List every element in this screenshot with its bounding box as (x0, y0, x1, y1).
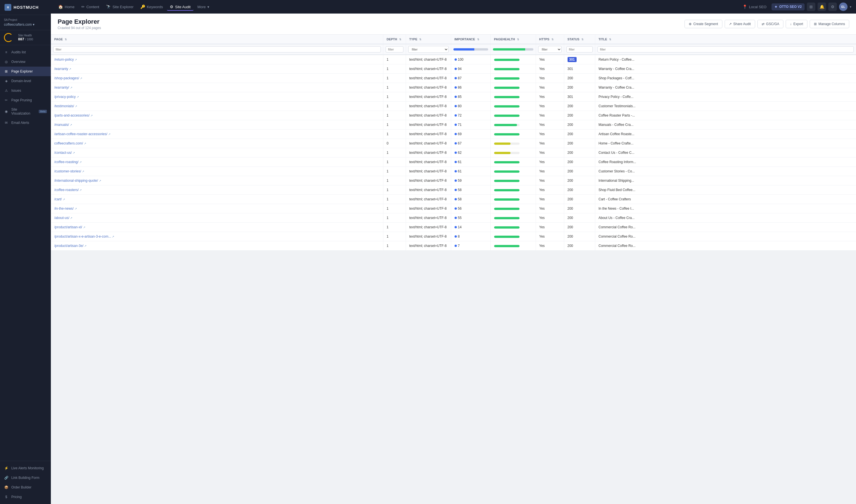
grid-view-button[interactable]: ⊞ (807, 2, 815, 11)
external-link-icon[interactable]: ↗ (99, 179, 101, 182)
external-link-icon[interactable]: ↗ (69, 68, 71, 71)
create-segment-button[interactable]: ⊕ Create Segment (685, 20, 722, 28)
topnav-item-local-seo[interactable]: 📍 Local SEO (740, 3, 769, 11)
external-link-icon[interactable]: ↗ (80, 161, 82, 164)
page-link[interactable]: /international-shipping-quote/ (54, 179, 98, 183)
cell-title: International Shipping... (595, 176, 856, 185)
sidebar-item-pruning[interactable]: ✂ Page Pruning (0, 95, 51, 105)
external-link-icon[interactable]: ↗ (84, 142, 86, 145)
page-link[interactable]: /return-policy (54, 58, 74, 61)
page-filter-input[interactable] (53, 46, 381, 53)
importance-value: 59 (458, 179, 462, 183)
external-link-icon[interactable]: ↗ (82, 170, 84, 173)
page-link[interactable]: /cart/ (54, 197, 62, 201)
user-avatar[interactable]: EL (839, 2, 848, 11)
page-link[interactable]: /in-the-news/ (54, 206, 74, 211)
topnav-item-home[interactable]: 🏠 Home (55, 3, 78, 11)
col-header-type[interactable]: TYPE ⇅ (406, 35, 451, 44)
page-link[interactable]: /parts-and-accessories/ (54, 113, 89, 118)
col-header-title[interactable]: TITLE ⇅ (595, 35, 856, 44)
sidebar-item-audits[interactable]: ≡ Audits list (0, 48, 51, 57)
col-header-importance[interactable]: IMPORTANCE ⇅ (451, 35, 491, 44)
sidebar-item-alerts[interactable]: ✉ Email Alerts (0, 118, 51, 128)
page-link[interactable]: /testimonials/ (54, 104, 74, 108)
sidebar-item-explorer[interactable]: ⊞ Page Explorer (0, 67, 51, 76)
list-icon: ≡ (4, 50, 8, 54)
external-link-icon[interactable]: ↗ (74, 207, 77, 210)
external-link-icon[interactable]: ↗ (83, 226, 85, 229)
external-link-icon[interactable]: ↗ (80, 77, 82, 80)
topnav-item-site-explorer[interactable]: 🔭 Site Explorer (103, 3, 136, 11)
manage-columns-button[interactable]: ⊞ Manage Columns (810, 20, 849, 28)
col-header-depth[interactable]: DEPTH ⇅ (383, 35, 406, 44)
project-name[interactable]: coffeecrafters.com ▾ (4, 22, 47, 26)
notification-button[interactable]: 🔔 (818, 2, 826, 11)
depth-filter-input[interactable] (386, 46, 404, 53)
external-link-icon[interactable]: ↗ (108, 133, 110, 136)
external-link-icon[interactable]: ↗ (80, 188, 82, 192)
sidebar-item-link-building[interactable]: 🔗 Link Building Form (0, 473, 51, 483)
topnav-item-site-audit[interactable]: ⚙ Site Audit (167, 3, 193, 11)
cell-page: /parts-and-accessories/↗ (51, 111, 383, 120)
external-link-icon[interactable]: ↗ (84, 245, 86, 248)
health-max: / 1000 (25, 38, 33, 41)
external-link-icon[interactable]: ↗ (112, 235, 114, 238)
topnav-label: Keywords (147, 5, 163, 9)
col-header-https[interactable]: HTTPS ⇅ (536, 35, 564, 44)
sort-icon: ⇅ (477, 38, 479, 41)
col-header-page[interactable]: PAGE ⇅ (51, 35, 383, 44)
otto-button[interactable]: ✦ OTTO SEO V2 (772, 3, 805, 11)
external-link-icon[interactable]: ↗ (90, 114, 93, 117)
page-link[interactable]: /warranty/ (54, 86, 69, 89)
external-link-icon[interactable]: ↗ (70, 216, 72, 219)
live-icon: ⚡ (4, 466, 8, 470)
sidebar-item-domain[interactable]: ◈ Domain-level (0, 76, 51, 86)
share-audit-button[interactable]: ↗ Share Audit (725, 20, 755, 28)
col-header-pagehealth[interactable]: PAGEHEALTH ⇅ (491, 35, 536, 44)
topnav-item-more[interactable]: More ▾ (195, 3, 212, 11)
external-link-icon[interactable]: ↗ (75, 105, 77, 108)
cell-page: /testimonials/↗ (51, 102, 383, 111)
page-link[interactable]: /artisan-coffee-roaster-accessories/ (54, 132, 107, 136)
page-link[interactable]: /contact-us/ (54, 151, 72, 155)
status-filter-input[interactable] (566, 46, 593, 53)
external-link-icon[interactable]: ↗ (76, 95, 79, 98)
sidebar-item-pricing[interactable]: $ Pricing (0, 492, 51, 502)
page-link[interactable]: /shop-packages/ (54, 76, 79, 80)
page-link[interactable]: /product/artisan-xl/ (54, 225, 82, 229)
sidebar-item-live-alerts[interactable]: ⚡ Live Alerts Monitoring (0, 463, 51, 473)
https-filter-select[interactable]: filter (538, 46, 562, 53)
sidebar-item-overview[interactable]: ◎ Overview (0, 57, 51, 67)
col-label: HTTPS (539, 38, 549, 41)
page-link[interactable]: coffeecrafters.com/ (54, 141, 83, 145)
external-link-icon[interactable]: ↗ (63, 198, 65, 201)
type-filter-select[interactable]: filter (408, 46, 449, 53)
page-link[interactable]: /product/artisan-3e/ (54, 244, 83, 248)
settings-button[interactable]: ⚙ (828, 2, 837, 11)
page-link[interactable]: /about-us/ (54, 216, 69, 220)
col-header-status[interactable]: STATUS ⇅ (564, 35, 595, 44)
page-link[interactable]: /coffee-roasters/ (54, 188, 79, 192)
cell-https: Yes (536, 83, 564, 92)
key-icon: 🔑 (140, 4, 145, 9)
page-link[interactable]: /product/artisan-x-e-artisan-3-e-com... (54, 234, 111, 238)
topnav-item-content[interactable]: ✏ Content (79, 3, 102, 11)
gsc-ga-button[interactable]: ⇄ GSC/GA (757, 20, 784, 28)
topnav-item-keywords[interactable]: 🔑 Keywords (138, 3, 166, 11)
page-link[interactable]: /warranty (54, 67, 68, 71)
external-link-icon[interactable]: ↗ (70, 123, 72, 126)
sidebar-item-visualization[interactable]: ◉ Site Visualization Beta (0, 105, 51, 118)
export-button[interactable]: ↓ Export (786, 20, 807, 28)
sidebar-item-issues[interactable]: ⚠ Issues (0, 86, 51, 95)
importance-value: 86 (458, 86, 462, 89)
title-filter-input[interactable] (598, 46, 854, 53)
health-bar (494, 87, 519, 89)
external-link-icon[interactable]: ↗ (70, 86, 72, 89)
sidebar-item-order-builder[interactable]: 📦 Order Builder (0, 483, 51, 492)
page-link[interactable]: /customer-stories/ (54, 169, 81, 173)
page-link[interactable]: /privacy-policy (54, 95, 76, 99)
page-link[interactable]: /coffee-roasting/ (54, 160, 79, 164)
external-link-icon[interactable]: ↗ (73, 151, 75, 155)
external-link-icon[interactable]: ↗ (74, 58, 77, 61)
page-link[interactable]: /manuals/ (54, 123, 69, 127)
